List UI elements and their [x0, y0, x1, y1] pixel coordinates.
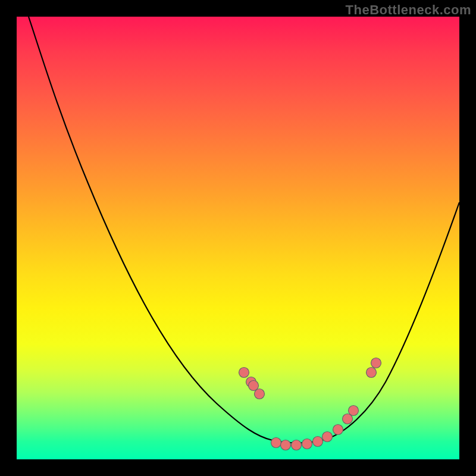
chart-svg — [17, 17, 459, 459]
watermark-text: TheBottleneck.com — [346, 2, 471, 18]
data-marker — [371, 358, 381, 368]
data-marker — [281, 440, 291, 450]
plot-area — [17, 17, 459, 459]
data-marker — [239, 368, 249, 378]
outer-frame: TheBottleneck.com — [0, 0, 476, 476]
data-marker — [271, 438, 281, 448]
data-marker — [367, 368, 377, 378]
data-marker — [255, 389, 265, 399]
bottleneck-curve — [29, 17, 459, 443]
data-marker — [292, 440, 302, 450]
data-marker — [349, 406, 359, 416]
data-marker — [322, 432, 333, 442]
data-marker — [333, 425, 343, 435]
data-marker — [302, 439, 312, 449]
data-marker — [313, 437, 323, 447]
